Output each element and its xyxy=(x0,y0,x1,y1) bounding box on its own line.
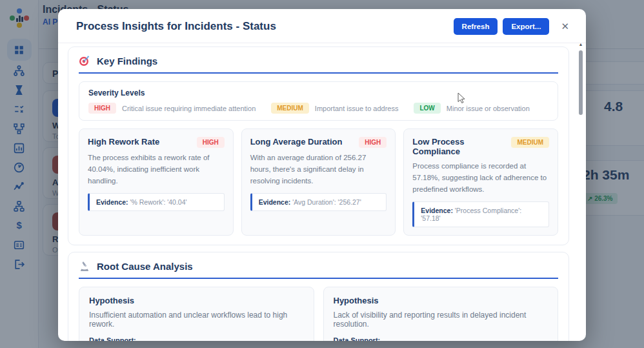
mouse-cursor xyxy=(458,92,466,103)
refresh-button[interactable]: Refresh xyxy=(454,18,498,35)
scrollbar-up-arrow[interactable]: ▲ xyxy=(578,41,584,48)
severity-desc: Important issue to address xyxy=(315,105,399,112)
evidence-label: Evidence: xyxy=(259,198,291,206)
key-findings-title: Key Findings xyxy=(97,56,157,67)
evidence-value: 'Avg Duration': '256.27' xyxy=(292,198,361,206)
finding-description: Process compliance is recorded at 57.18%… xyxy=(412,161,549,195)
severity-desc: Critical issue requiring immediate atten… xyxy=(122,105,256,112)
severity-desc: Minor issue or observation xyxy=(447,105,530,112)
severity-badge-medium: MEDIUM xyxy=(271,103,309,114)
scrollbar-thumb[interactable] xyxy=(579,50,583,115)
modal-body: Key Findings Severity Levels HIGH Critic… xyxy=(58,43,573,341)
export-button[interactable]: Export... xyxy=(503,18,549,35)
hypothesis-card: Hypothesis Insufficient automation and u… xyxy=(79,287,314,341)
hypotheses-row: Hypothesis Insufficient automation and u… xyxy=(79,287,558,341)
finding-title: High Rework Rate xyxy=(88,137,159,147)
finding-title: Low Process Compliance xyxy=(412,137,506,156)
finding-card-rework: High Rework Rate HIGH The process exhibi… xyxy=(79,128,234,236)
evidence-label: Evidence: xyxy=(421,207,453,214)
finding-card-duration: Long Average Duration HIGH With an avera… xyxy=(241,128,396,236)
data-support-label: Data Support: xyxy=(334,336,548,341)
severity-legend-item: HIGH Critical issue requiring immediate … xyxy=(88,103,256,114)
key-findings-section: Key Findings Severity Levels HIGH Critic… xyxy=(68,46,569,245)
modal-scrollbar[interactable]: ▲ xyxy=(578,41,584,337)
root-cause-title: Root Cause Analysis xyxy=(97,261,193,272)
finding-severity-badge: HIGH xyxy=(359,137,387,148)
finding-title: Long Average Duration xyxy=(250,137,343,147)
evidence-label: Evidence: xyxy=(96,198,128,206)
target-icon xyxy=(79,55,90,67)
severity-levels-card: Severity Levels HIGH Critical issue requ… xyxy=(79,81,558,121)
microscope-icon xyxy=(79,260,90,272)
severity-legend-item: LOW Minor issue or observation xyxy=(414,103,529,114)
finding-card-compliance: Low Process Compliance MEDIUM Process co… xyxy=(403,128,558,236)
finding-evidence: Evidence: '% Rework': '40.04' xyxy=(88,193,225,211)
key-findings-header: Key Findings xyxy=(79,55,558,74)
evidence-value: '% Rework': '40.04' xyxy=(130,198,187,206)
finding-evidence: Evidence: 'Avg Duration': '256.27' xyxy=(250,193,387,211)
finding-evidence: Evidence: 'Process Compliance': '57.18' xyxy=(412,201,549,227)
hypothesis-description: Lack of visibility and reporting results… xyxy=(334,311,548,329)
root-cause-header: Root Cause Analysis xyxy=(79,260,558,279)
modal-title: Process Insights for Incidents - Status xyxy=(76,20,448,33)
finding-description: The process exhibits a rework rate of 40… xyxy=(88,152,225,187)
findings-row: High Rework Rate HIGH The process exhibi… xyxy=(79,128,558,236)
severity-legend: HIGH Critical issue requiring immediate … xyxy=(88,103,548,114)
hypothesis-card: Hypothesis Lack of visibility and report… xyxy=(323,287,559,341)
severity-badge-high: HIGH xyxy=(88,103,116,114)
data-support-label: Data Support: xyxy=(89,336,304,341)
modal-header: Process Insights for Incidents - Status … xyxy=(58,9,586,43)
finding-severity-badge: HIGH xyxy=(197,137,225,148)
close-icon[interactable]: ✕ xyxy=(558,19,572,34)
finding-description: With an average duration of 256.27 hours… xyxy=(250,152,387,187)
hypothesis-title: Hypothesis xyxy=(89,296,304,305)
root-cause-section: Root Cause Analysis Hypothesis Insuffici… xyxy=(68,252,569,341)
process-insights-modal: Process Insights for Incidents - Status … xyxy=(58,9,586,341)
hypothesis-description: Insufficient automation and unclear work… xyxy=(89,311,304,329)
severity-legend-item: MEDIUM Important issue to address xyxy=(271,103,398,114)
finding-severity-badge: MEDIUM xyxy=(511,137,549,148)
hypothesis-title: Hypothesis xyxy=(334,296,548,305)
severity-badge-low: LOW xyxy=(414,103,440,114)
severity-levels-title: Severity Levels xyxy=(88,88,548,97)
